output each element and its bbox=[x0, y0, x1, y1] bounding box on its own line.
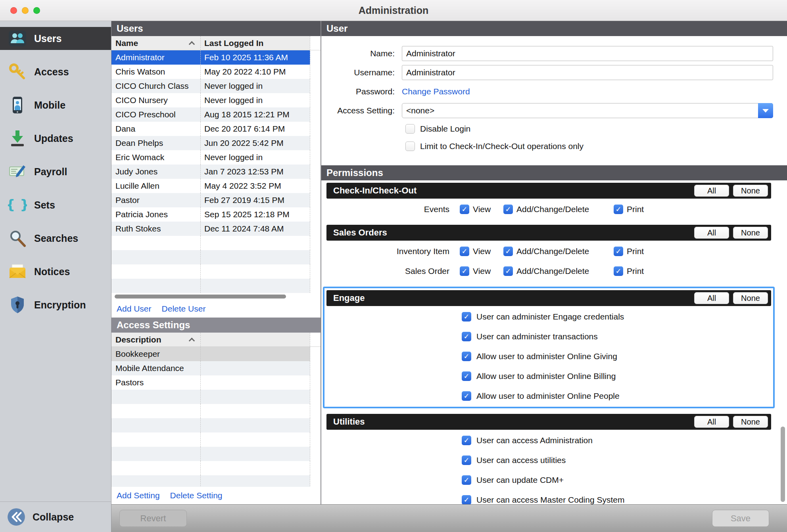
table-gutter bbox=[310, 264, 321, 279]
users-table-body: AdministratorFeb 10 2025 11:36 AMChris W… bbox=[111, 50, 321, 293]
column-header-description[interactable]: Description bbox=[111, 333, 201, 346]
permission-row-label: Sales Order bbox=[326, 266, 449, 276]
sidebar-item-users[interactable]: Users bbox=[0, 27, 111, 50]
column-header-name[interactable]: Name bbox=[111, 36, 201, 50]
access-setting-name-cell: Pastors bbox=[111, 375, 201, 390]
table-row[interactable]: Ruth StokesDec 11 2024 7:48 AM bbox=[111, 222, 321, 236]
disable-login-checkbox[interactable] bbox=[405, 124, 415, 134]
user-name-cell: CICO Church Class bbox=[111, 79, 201, 93]
all-button[interactable]: All bbox=[694, 416, 729, 428]
save-button[interactable]: Save bbox=[712, 510, 769, 527]
permissions-header: Permissions bbox=[321, 165, 787, 180]
sidebar-item-payroll[interactable]: Payroll bbox=[0, 160, 111, 183]
user-can-access-master-coding-system-checkbox[interactable] bbox=[462, 495, 471, 504]
sidebar-item-notices[interactable]: Notices bbox=[0, 260, 111, 283]
permission-row-events: EventsViewAdd/Change/DeletePrint bbox=[326, 199, 771, 219]
table-row[interactable]: Dean PhelpsJun 20 2022 5:42 PM bbox=[111, 136, 321, 150]
user-form: Name: Username: Password: Change Passwor… bbox=[321, 36, 787, 155]
minimize-button[interactable] bbox=[22, 7, 29, 14]
none-button[interactable]: None bbox=[733, 185, 768, 197]
user-name-cell: Chris Watson bbox=[111, 65, 201, 79]
table-row[interactable]: CICO NurseryNever logged in bbox=[111, 93, 321, 107]
table-row-empty bbox=[111, 236, 321, 250]
sidebar-item-mobile[interactable]: Mobile bbox=[0, 94, 111, 117]
limit-checkin-checkbox[interactable] bbox=[405, 142, 415, 151]
column-header-last-logged-in[interactable]: Last Logged In bbox=[201, 36, 310, 50]
table-gutter bbox=[310, 375, 321, 390]
window-title: Administration bbox=[0, 5, 787, 16]
sidebar-item-updates[interactable]: Updates bbox=[0, 127, 111, 150]
none-button[interactable]: None bbox=[733, 227, 768, 239]
zoom-button[interactable] bbox=[33, 7, 40, 14]
user-can-administer-engage-credentials-checkbox[interactable] bbox=[462, 312, 471, 321]
events-print-checkbox[interactable] bbox=[614, 205, 623, 214]
permission-row-label: Inventory Item bbox=[326, 247, 449, 256]
collapse-button[interactable]: Collapse bbox=[0, 501, 111, 532]
change-password-link[interactable]: Change Password bbox=[402, 87, 470, 96]
user-name-cell: Lucille Allen bbox=[111, 179, 201, 193]
table-row[interactable]: Bookkeeper bbox=[111, 347, 321, 361]
inventory-item-add-change-delete-checkbox[interactable] bbox=[503, 247, 513, 256]
user-can-update-cdm-checkbox[interactable] bbox=[462, 475, 471, 485]
sidebar-item-label: Mobile bbox=[34, 100, 65, 111]
delete-user-link[interactable]: Delete User bbox=[162, 304, 206, 314]
permission-check-group: Add/Change/Delete bbox=[503, 266, 614, 276]
user-can-administer-transactions-checkbox[interactable] bbox=[462, 332, 471, 341]
sidebar-item-access[interactable]: Access bbox=[0, 60, 111, 83]
sales-order-view-checkbox[interactable] bbox=[460, 266, 469, 276]
username-input[interactable] bbox=[402, 65, 773, 80]
table-row[interactable]: Judy JonesJan 7 2023 12:53 PM bbox=[111, 165, 321, 179]
table-row[interactable]: DanaDec 20 2017 6:14 PM bbox=[111, 122, 321, 136]
none-button[interactable]: None bbox=[733, 292, 768, 304]
name-input[interactable] bbox=[402, 46, 773, 61]
table-row[interactable]: Chris WatsonMay 20 2022 4:10 PM bbox=[111, 65, 321, 79]
user-name-cell: Patricia Jones bbox=[111, 207, 201, 222]
table-row[interactable]: CICO PreschoolAug 18 2015 12:21 PM bbox=[111, 107, 321, 122]
collapse-icon bbox=[6, 507, 26, 527]
table-gutter bbox=[310, 279, 321, 293]
table-row-empty bbox=[111, 461, 321, 475]
vertical-scrollbar-thumb[interactable] bbox=[781, 427, 785, 502]
horizontal-scrollbar-thumb[interactable] bbox=[115, 295, 286, 299]
table-row[interactable]: CICO Church ClassNever logged in bbox=[111, 79, 321, 93]
table-row[interactable]: Lucille AllenMay 4 2022 3:52 PM bbox=[111, 179, 321, 193]
user-last-login-cell: Feb 10 2025 11:36 AM bbox=[201, 50, 310, 65]
inventory-item-view-checkbox[interactable] bbox=[460, 247, 469, 256]
sales-order-add-change-delete-checkbox[interactable] bbox=[503, 266, 513, 276]
close-button[interactable] bbox=[10, 7, 17, 14]
table-gutter bbox=[310, 347, 321, 361]
sidebar-item-sets[interactable]: { }Sets bbox=[0, 193, 111, 216]
table-row[interactable]: AdministratorFeb 10 2025 11:36 AM bbox=[111, 50, 321, 65]
allow-user-to-administer-online-giving-checkbox[interactable] bbox=[462, 352, 471, 361]
all-button[interactable]: All bbox=[694, 227, 729, 239]
delete-setting-link[interactable]: Delete Setting bbox=[170, 491, 223, 500]
dropdown-button[interactable] bbox=[758, 103, 773, 118]
sidebar-item-searches[interactable]: Searches bbox=[0, 227, 111, 250]
inventory-item-print-checkbox[interactable] bbox=[614, 247, 623, 256]
allow-user-to-administer-online-billing-checkbox[interactable] bbox=[462, 371, 471, 381]
events-view-checkbox[interactable] bbox=[460, 205, 469, 214]
table-row[interactable]: Eric WomackNever logged in bbox=[111, 150, 321, 165]
table-row[interactable]: PastorFeb 27 2019 4:15 PM bbox=[111, 193, 321, 207]
table-row[interactable]: Patricia JonesSep 15 2025 12:18 PM bbox=[111, 207, 321, 222]
add-user-link[interactable]: Add User bbox=[117, 304, 152, 314]
sidebar-item-label: Users bbox=[34, 33, 62, 44]
permission-check-group: View bbox=[460, 205, 503, 214]
user-can-access-administration-checkbox[interactable] bbox=[462, 436, 471, 445]
add-setting-link[interactable]: Add Setting bbox=[117, 491, 160, 500]
all-button[interactable]: All bbox=[694, 292, 729, 304]
permission-check-group: Print bbox=[614, 205, 644, 214]
none-button[interactable]: None bbox=[733, 416, 768, 428]
user-can-access-utilities-checkbox[interactable] bbox=[462, 455, 471, 465]
all-button[interactable]: All bbox=[694, 185, 729, 197]
access-setting-select[interactable]: <none> bbox=[402, 103, 773, 118]
table-row[interactable]: Mobile Attendance bbox=[111, 361, 321, 375]
table-gutter bbox=[310, 461, 321, 475]
table-row[interactable]: Pastors bbox=[111, 375, 321, 390]
revert-button[interactable]: Revert bbox=[119, 510, 187, 527]
allow-user-to-administer-online-people-checkbox[interactable] bbox=[462, 391, 471, 401]
sidebar-item-encryption[interactable]: Encryption bbox=[0, 293, 111, 316]
disable-login-label: Disable Login bbox=[420, 124, 470, 134]
events-add-change-delete-checkbox[interactable] bbox=[503, 205, 513, 214]
sales-order-print-checkbox[interactable] bbox=[614, 266, 623, 276]
